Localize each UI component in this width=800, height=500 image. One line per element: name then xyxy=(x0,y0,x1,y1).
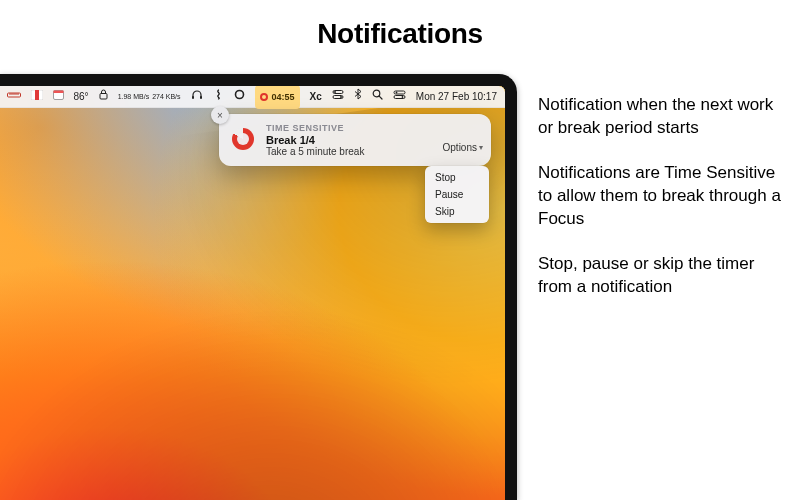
chevron-down-icon: ▾ xyxy=(479,143,483,152)
svg-rect-11 xyxy=(192,96,194,99)
flag-icon[interactable] xyxy=(31,86,43,108)
control-center-icon[interactable] xyxy=(393,86,406,108)
laptop-bezel: 86° 1.98 MB/s 274 KB/s xyxy=(0,74,517,500)
menubar-timer[interactable]: 04:55 xyxy=(255,86,300,109)
timer-value: 04:55 xyxy=(272,86,295,108)
ring-icon xyxy=(232,128,254,150)
headphones-icon[interactable] xyxy=(191,86,203,108)
menu-item-skip[interactable]: Skip xyxy=(425,203,489,220)
notification-banner: × TIME SENSITIVE Break 1/4 Take a 5 minu… xyxy=(219,114,491,166)
options-menu: Stop Pause Skip xyxy=(425,166,489,223)
ruler-icon[interactable] xyxy=(7,86,21,108)
menubar-datetime[interactable]: Mon 27 Feb 10:17 xyxy=(416,86,497,108)
options-label: Options xyxy=(443,142,477,153)
toggles-icon[interactable] xyxy=(332,86,344,108)
notification-options-button[interactable]: Options ▾ xyxy=(443,142,483,153)
notification-sensitive-label: TIME SENSITIVE xyxy=(266,123,481,133)
svg-rect-9 xyxy=(53,90,63,93)
menubar: 86° 1.98 MB/s 274 KB/s xyxy=(0,86,505,108)
menubar-temperature[interactable]: 86° xyxy=(74,86,89,108)
svg-rect-10 xyxy=(100,93,107,99)
svg-point-15 xyxy=(334,91,336,93)
net-up: 1.98 MB/s xyxy=(118,93,150,101)
notification-close-button[interactable]: × xyxy=(211,106,229,124)
close-icon: × xyxy=(217,110,223,121)
copy-paragraph-2: Notifications are Time Sensitive to allo… xyxy=(538,162,782,231)
copy-paragraph-1: Notification when the next work or break… xyxy=(538,94,782,140)
svg-point-17 xyxy=(340,96,342,98)
feature-copy: Notification when the next work or break… xyxy=(530,74,800,500)
menubar-network[interactable]: 1.98 MB/s 274 KB/s xyxy=(118,93,181,101)
stage: 86° 1.98 MB/s 274 KB/s xyxy=(0,74,800,500)
search-icon[interactable] xyxy=(372,86,383,108)
menubar-xc[interactable]: Xc xyxy=(310,86,322,108)
genie-icon[interactable] xyxy=(213,86,224,108)
svg-rect-7 xyxy=(35,90,39,100)
menu-item-pause[interactable]: Pause xyxy=(425,186,489,203)
bluetooth-icon[interactable] xyxy=(354,86,362,108)
copy-paragraph-3: Stop, pause or skip the timer from a not… xyxy=(538,253,782,299)
page-title: Notifications xyxy=(0,0,800,50)
svg-rect-12 xyxy=(200,96,202,99)
menubar-left xyxy=(3,86,64,108)
laptop: 86° 1.98 MB/s 274 KB/s xyxy=(0,74,530,500)
svg-point-13 xyxy=(235,90,243,98)
notification-app-icon xyxy=(229,125,257,153)
menu-item-stop[interactable]: Stop xyxy=(425,169,489,186)
calendar-icon[interactable] xyxy=(53,86,64,108)
svg-line-19 xyxy=(379,96,382,99)
lock-icon[interactable] xyxy=(99,86,108,108)
net-down: 274 KB/s xyxy=(152,93,180,101)
timer-ring-icon xyxy=(260,93,268,101)
donut-icon[interactable] xyxy=(234,86,245,108)
svg-point-21 xyxy=(395,91,397,93)
svg-point-23 xyxy=(401,96,403,98)
laptop-screen: 86° 1.98 MB/s 274 KB/s xyxy=(0,86,505,500)
